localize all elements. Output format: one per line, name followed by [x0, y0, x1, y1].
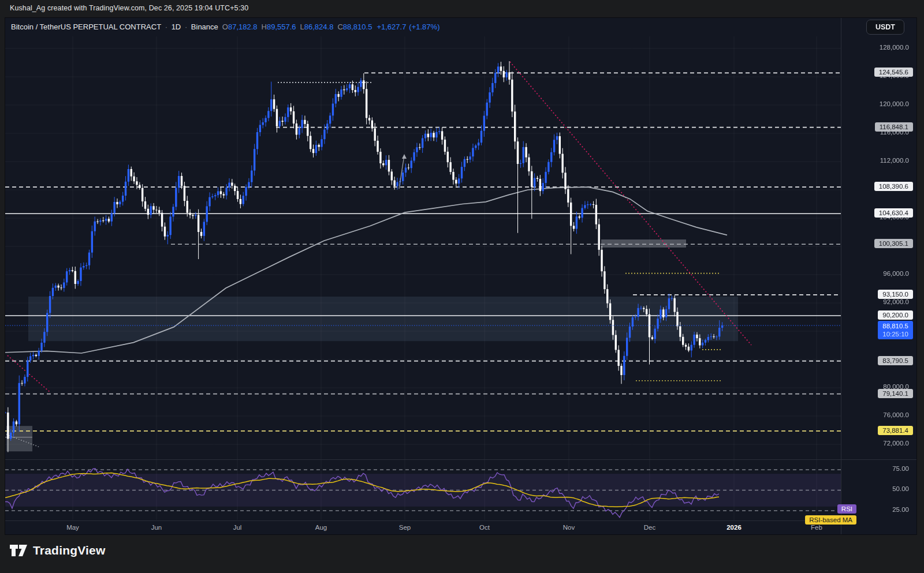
price-tick: 128,000.0 [880, 44, 909, 51]
tradingview-logo-icon [9, 543, 28, 558]
price-level-label: 100,305.1 [874, 239, 913, 248]
tradingview-logo-text: TradingView [33, 544, 106, 557]
open-label: O [222, 23, 228, 31]
price-tick: 96,000.0 [883, 270, 909, 277]
tradingview-logo[interactable]: TradingView [9, 543, 106, 558]
attribution-text: Kushal_Ag created with TradingView.com, … [10, 4, 248, 12]
price-level-label: 79,140.1 [878, 389, 913, 398]
low-label: L [300, 23, 304, 31]
price-tick: 112,000.0 [880, 157, 909, 164]
price-level-label: 73,881.4 [878, 426, 913, 435]
price-level-label: 104,630.4 [874, 208, 913, 218]
month-label: Aug [304, 524, 338, 531]
currency-toggle-button[interactable]: USDT [866, 20, 904, 35]
rsi-indicator-badge[interactable]: RSI [837, 504, 856, 514]
pane-separator[interactable] [5, 459, 916, 460]
price-tick: 72,000.0 [883, 440, 909, 447]
rsi-tick: 50.00 [892, 485, 909, 492]
bar-countdown: 10:25:10 [882, 330, 908, 338]
month-label: Jun [139, 524, 174, 531]
exchange-label[interactable]: Binance [191, 23, 218, 31]
month-label: Feb [799, 524, 834, 531]
price-chart-canvas[interactable] [5, 36, 841, 459]
price-level-label: 90,200.0 [878, 310, 913, 320]
month-label: Oct [467, 524, 502, 531]
price-tick: 76,000.0 [883, 411, 909, 418]
rsi-tick: 25.00 [892, 506, 909, 513]
change-percent: (+1.87%) [409, 23, 439, 31]
month-label: Sep [388, 524, 422, 531]
header-separator: · [181, 23, 191, 31]
change-absolute: +1,627.7 [377, 23, 406, 31]
price-level-label: 108,390.6 [874, 182, 913, 191]
interval-label[interactable]: 1D [172, 23, 181, 31]
price-level-label: 124,545.6 [874, 68, 913, 77]
price-level-label: 116,848.1 [875, 122, 913, 132]
close-label: C [337, 23, 342, 31]
price-tick: 120,000.0 [880, 100, 909, 107]
month-label: 2026 [717, 524, 751, 531]
month-label: Dec [632, 524, 667, 531]
price-axis[interactable]: USDT 88,810.5 10:25:10 128,000.0124,000.… [841, 18, 917, 534]
open-value: 87,182.8 [228, 23, 258, 31]
high-label: H [262, 23, 267, 31]
time-axis[interactable]: MayJunJulAugSepOctNovDec2026Feb [5, 520, 841, 535]
month-label: May [55, 524, 90, 531]
rsi-tick: 75.00 [892, 465, 909, 472]
chart-panel: Bitcoin / TetherUS PERPETUAL CONTRACT · … [5, 17, 917, 535]
month-label: Nov [552, 524, 586, 531]
month-label: Jul [220, 524, 255, 531]
high-value: 89,557.6 [267, 23, 296, 31]
current-price-value: 88,810.5 [882, 322, 908, 330]
rsi-ma-indicator-badge[interactable]: RSI-based MA [805, 515, 856, 525]
symbol-title[interactable]: Bitcoin / TetherUS PERPETUAL CONTRACT [11, 23, 161, 31]
tradingview-snapshot: Kushal_Ag created with TradingView.com, … [0, 0, 924, 573]
price-level-label: 83,790.5 [878, 356, 913, 365]
low-value: 86,824.8 [304, 23, 334, 31]
price-tick: 92,000.0 [883, 298, 909, 305]
symbol-header[interactable]: Bitcoin / TetherUS PERPETUAL CONTRACT · … [11, 23, 439, 31]
current-price-badge: 88,810.5 10:25:10 [878, 321, 913, 339]
header-separator: · [161, 23, 172, 31]
rsi-pane-canvas[interactable] [5, 459, 841, 520]
attribution-bar: Kushal_Ag created with TradingView.com, … [0, 0, 924, 17]
close-value: 88,810.5 [343, 23, 372, 31]
price-level-label: 93,150.0 [878, 290, 913, 299]
